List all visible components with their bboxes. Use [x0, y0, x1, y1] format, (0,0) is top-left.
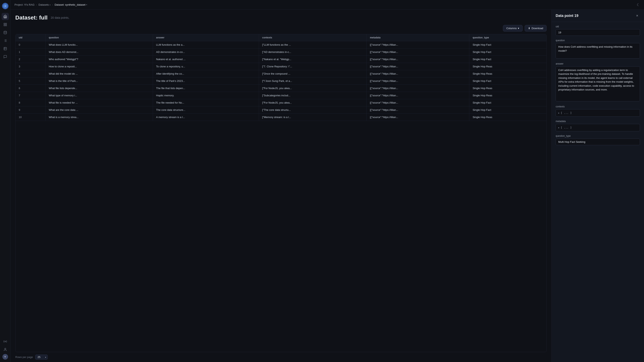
table-row[interactable]: 8What file is needed for ...The file nee…	[16, 99, 546, 106]
sidebar-item-user[interactable]	[2, 346, 9, 353]
table-cell-question: What file is needed for ...	[46, 99, 153, 106]
table-cell-metadata: [{"source":"https://lilian...	[366, 92, 469, 99]
sidebar-item-chat[interactable]	[2, 53, 9, 60]
detail-answer-field: answer	[556, 62, 640, 102]
detail-question-label: question	[556, 39, 640, 42]
table-row[interactable]: 7What type of memory i...Haptic memory.[…	[16, 92, 546, 99]
detail-metadata-collapse[interactable]: ▶ [ ... ]	[556, 124, 640, 131]
col-question-type: question_type	[469, 34, 546, 41]
breadcrumb-dataset[interactable]: Dataset: synthetic_dataset ▾	[54, 3, 87, 6]
detail-question-type-label: question_type	[556, 135, 640, 137]
table-row[interactable]: 4What did the model do ...After identify…	[16, 70, 546, 77]
table-cell-answer: The title of Park's 2023...	[153, 77, 259, 85]
breadcrumb-project[interactable]: Project: Yi's RAG	[14, 3, 34, 6]
dataset-view: Dataset: full 20 data points, Columns ▾ …	[10, 10, 552, 362]
table-cell-answer: A memory stream is a l...	[153, 114, 259, 121]
table-cell-question_type: Single Hop Reas	[469, 92, 546, 99]
table-footer: Rows per page 10 25 50 100 ▾	[15, 352, 546, 362]
columns-label: Columns	[506, 27, 516, 30]
table-row[interactable]: 3How to clone a reposit...To clone a rep…	[16, 63, 546, 70]
svg-point-6	[4, 31, 7, 32]
table-cell-answer: Haptic memory.	[153, 92, 259, 99]
rows-per-page-select[interactable]: 10 25 50 100	[35, 355, 48, 360]
detail-body: uid question answer contexts ▶	[552, 22, 644, 362]
detail-metadata-field: metadata ▶ [ ... ]	[556, 120, 640, 131]
table-cell-uid: 10	[16, 114, 46, 121]
columns-button[interactable]: Columns ▾	[503, 25, 523, 31]
table-header-row: uid question answer contexts metadata qu…	[16, 34, 546, 41]
detail-uid-input[interactable]	[556, 29, 640, 36]
svg-rect-3	[6, 23, 6, 24]
table-cell-question: What file lists depende...	[46, 85, 153, 92]
table-cell-question: What are the core data ...	[46, 106, 153, 114]
table-cell-contexts: ["\"Joon Sung Park, et a...	[259, 77, 366, 85]
table-cell-uid: 0	[16, 41, 46, 48]
sidebar-item-datasets[interactable]	[2, 29, 9, 36]
sidebar-item-home[interactable]	[2, 13, 9, 20]
detail-question-field: question	[556, 39, 640, 59]
table-row[interactable]: 10What is a memory strea...A memory stre…	[16, 114, 546, 121]
download-label: Download	[532, 27, 543, 30]
table-cell-metadata: [{"source":"https://lilian...	[366, 85, 469, 92]
table-cell-metadata: [{"source":"https://lilian...	[366, 99, 469, 106]
app-logo[interactable]	[2, 2, 9, 10]
table-cell-metadata: [{"source":"https://lilian...	[366, 106, 469, 114]
table-cell-uid: 9	[16, 106, 46, 114]
dataset-chevron-icon: ▾	[86, 3, 87, 6]
sidebar-bottom: Y	[2, 338, 9, 360]
table-cell-uid: 7	[16, 92, 46, 99]
sidebar-item-science[interactable]	[2, 45, 9, 52]
detail-header: Data point 19 ×	[552, 10, 644, 22]
sidebar-item-list[interactable]	[2, 37, 9, 44]
rows-per-page-label: Rows per page	[15, 356, 33, 359]
avatar[interactable]: Y	[2, 354, 8, 360]
data-table: uid question answer contexts metadata qu…	[15, 34, 546, 352]
table-cell-question_type: Single Hop Reas	[469, 85, 546, 92]
table-row[interactable]: 1What does AD demonst...AD demonstrates …	[16, 48, 546, 56]
table-row[interactable]: 5What is the title of Park...The title o…	[16, 77, 546, 85]
table-cell-metadata: [{"source":"https://lilian...	[366, 56, 469, 63]
table-row[interactable]: 9What are the core data ...The core data…	[16, 106, 546, 114]
table-cell-answer: LLM functions as the a...	[153, 41, 259, 48]
detail-contexts-label: contexts	[556, 105, 640, 108]
table-cell-question_type: Single Hop Fact	[469, 41, 546, 48]
table-cell-question_type: Single Hop Reas	[469, 63, 546, 70]
sidebar-item-settings[interactable]	[2, 338, 9, 345]
theme-toggle[interactable]: ☾	[637, 2, 640, 7]
table-cell-question_type: Single Hop Fact	[469, 56, 546, 63]
metadata-expand-icon: ▶	[558, 126, 560, 129]
table-cell-uid: 3	[16, 63, 46, 70]
table-row[interactable]: 2Who authored "Webgpt"?Nakano et al. aut…	[16, 56, 546, 63]
breadcrumb-sep-2: ›	[52, 3, 53, 6]
col-uid: uid	[16, 34, 46, 41]
detail-contexts-collapse[interactable]: ▶ [ ... ]	[556, 109, 640, 117]
table-cell-contexts: ["7. Clone Repository: \"...	[259, 63, 366, 70]
svg-rect-4	[4, 25, 5, 26]
table-cell-uid: 8	[16, 99, 46, 106]
contexts-expand-icon: ▶	[558, 112, 560, 114]
sidebar-item-grid[interactable]	[2, 21, 9, 28]
breadcrumb-datasets[interactable]: Datasets ▾	[38, 3, 50, 6]
main-area: Project: Yi's RAG › Datasets ▾ › Dataset…	[10, 0, 644, 362]
detail-close-button[interactable]: ×	[634, 13, 640, 18]
table-cell-question: How to clone a reposit...	[46, 63, 153, 70]
table-row[interactable]: 6What file lists depende...The file that…	[16, 85, 546, 92]
table-cell-question: What did the model do ...	[46, 70, 153, 77]
table-row[interactable]: 0What does LLM functio...LLM functions a…	[16, 41, 546, 48]
metadata-collapsed-text: [ ... ]	[561, 126, 572, 129]
detail-title: Data point 19	[556, 14, 578, 18]
detail-contexts-field: contexts ▶ [ ... ]	[556, 105, 640, 117]
detail-answer-textarea[interactable]	[556, 66, 640, 101]
table-cell-question: What type of memory i...	[46, 92, 153, 99]
detail-question-type-input[interactable]	[556, 139, 640, 145]
content-area: Dataset: full 20 data points, Columns ▾ …	[10, 10, 644, 362]
header: Project: Yi's RAG › Datasets ▾ › Dataset…	[10, 0, 644, 10]
svg-rect-5	[6, 25, 6, 26]
table-cell-question_type: Single Hop Reas	[469, 114, 546, 121]
table-cell-contexts: ["Subcategories includ...	[259, 92, 366, 99]
download-button[interactable]: ⬇ Download	[525, 25, 546, 31]
table-cell-answer: The file needed for No...	[153, 99, 259, 106]
table-cell-question_type: Single Hop Fact	[469, 48, 546, 56]
detail-question-textarea[interactable]	[556, 43, 640, 58]
svg-point-14	[5, 348, 6, 349]
